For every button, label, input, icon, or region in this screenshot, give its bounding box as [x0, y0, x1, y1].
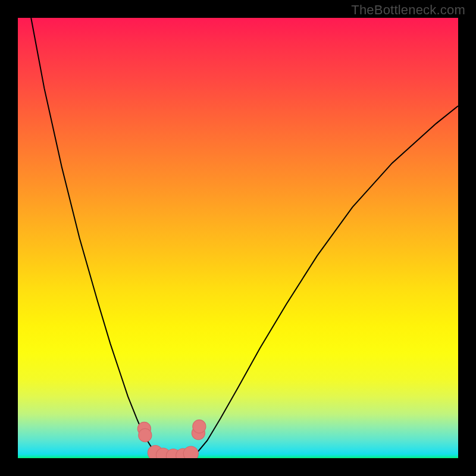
valley-marker-group: [137, 420, 206, 458]
chart-frame: TheBottleneck.com: [0, 0, 476, 476]
valley-marker: [183, 446, 198, 458]
valley-marker: [193, 420, 206, 433]
valley-marker: [139, 428, 152, 441]
bottleneck-curve: [31, 18, 458, 456]
bottleneck-curve-path: [31, 18, 458, 456]
curve-layer: [18, 18, 458, 458]
watermark-text: TheBottleneck.com: [351, 2, 465, 18]
plot-area: [18, 18, 458, 458]
